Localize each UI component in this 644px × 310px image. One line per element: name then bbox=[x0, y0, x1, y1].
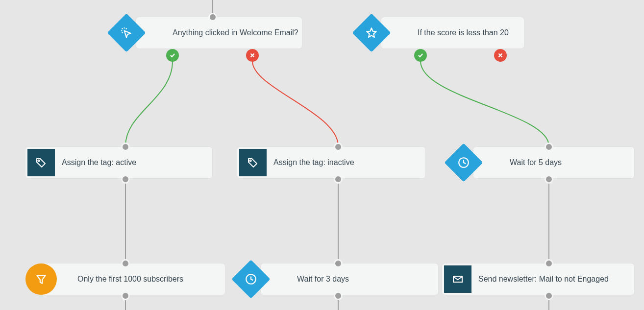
workflow-canvas[interactable]: Anything clicked in Welcome Email? If th… bbox=[0, 0, 644, 310]
connector-port[interactable] bbox=[545, 291, 553, 300]
wait-5-days-label: Wait for 5 days bbox=[505, 158, 572, 167]
branch-no-icon[interactable] bbox=[494, 49, 507, 62]
connector-port[interactable] bbox=[545, 259, 553, 268]
funnel-icon bbox=[25, 263, 57, 295]
tag-icon bbox=[27, 149, 55, 176]
wait-3-days-node[interactable]: Wait for 3 days bbox=[261, 263, 438, 295]
assign-tag-active-label: Assign the tag: active bbox=[57, 158, 147, 167]
connector-port[interactable] bbox=[121, 291, 130, 300]
condition-click-node[interactable]: Anything clicked in Welcome Email? bbox=[136, 17, 302, 48]
connector-port[interactable] bbox=[545, 175, 553, 184]
condition-click-label: Anything clicked in Welcome Email? bbox=[168, 28, 309, 37]
connector-port[interactable] bbox=[545, 143, 553, 151]
connector-port[interactable] bbox=[334, 143, 343, 151]
connector-port[interactable] bbox=[334, 175, 343, 184]
condition-score-label: If the score is less than 20 bbox=[413, 28, 520, 37]
branch-yes-icon[interactable] bbox=[166, 49, 179, 62]
tag-icon bbox=[239, 149, 267, 176]
connector-port[interactable] bbox=[208, 13, 217, 22]
branch-no-icon[interactable] bbox=[246, 49, 259, 62]
mail-icon bbox=[444, 265, 471, 293]
branch-yes-icon[interactable] bbox=[414, 49, 427, 62]
filter-first-1000-node[interactable]: Only the first 1000 subscribers bbox=[41, 263, 225, 295]
wait-3-days-label: Wait for 3 days bbox=[292, 275, 360, 284]
assign-tag-inactive-label: Assign the tag: inactive bbox=[269, 158, 365, 167]
condition-score-node[interactable]: If the score is less than 20 bbox=[381, 17, 524, 48]
connector-port[interactable] bbox=[121, 259, 130, 268]
connector-port[interactable] bbox=[121, 175, 130, 184]
send-newsletter-label: Send newsletter: Mail to not Engaged bbox=[473, 275, 619, 284]
connector-port[interactable] bbox=[334, 259, 343, 268]
svg-point-0 bbox=[38, 160, 39, 161]
assign-tag-active-node[interactable]: Assign the tag: active bbox=[25, 147, 212, 178]
filter-first-1000-label: Only the first 1000 subscribers bbox=[73, 275, 194, 284]
svg-point-1 bbox=[249, 160, 251, 161]
wait-5-days-node[interactable]: Wait for 5 days bbox=[473, 147, 634, 178]
assign-tag-inactive-node[interactable]: Assign the tag: inactive bbox=[237, 147, 425, 178]
connector-port[interactable] bbox=[121, 143, 130, 151]
connector-port[interactable] bbox=[334, 291, 343, 300]
send-newsletter-node[interactable]: Send newsletter: Mail to not Engaged bbox=[442, 263, 634, 295]
